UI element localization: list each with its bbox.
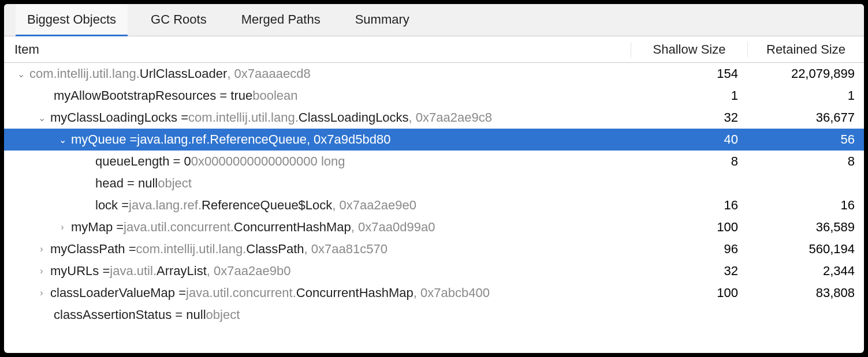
shallow-size-cell: 100 bbox=[631, 220, 747, 235]
tree-item-cell: ⌄myQueue = java.lang.ref.ReferenceQueue,… bbox=[4, 132, 631, 147]
retained-size-cell: 16 bbox=[747, 198, 864, 213]
chevron-right-icon[interactable]: › bbox=[57, 222, 68, 232]
retained-size-cell: 36,589 bbox=[747, 220, 864, 235]
segment-cls: ConcurrentHashMap bbox=[296, 285, 413, 300]
tab-merged-paths[interactable]: Merged Paths bbox=[230, 4, 332, 36]
tree-item-cell: head = null object bbox=[4, 176, 631, 191]
tree-item-cell: ›myURLs = java.util.ArrayList, 0x7aa2ae9… bbox=[4, 264, 631, 279]
segment-typ: object bbox=[158, 176, 192, 191]
segment-addr: , 0x7aa0d99a0 bbox=[351, 220, 435, 235]
segment-addr: , 0x7aa81c570 bbox=[304, 242, 388, 257]
column-header-retained[interactable]: Retained Size bbox=[747, 42, 864, 57]
chevron-down-icon[interactable]: ⌄ bbox=[36, 112, 47, 123]
segment-field: myMap = bbox=[71, 220, 124, 235]
segment-typ: boolean bbox=[252, 88, 297, 103]
tree-row[interactable]: ›classLoaderValueMap = java.util.concurr… bbox=[4, 282, 864, 304]
segment-field: myAllowBootstrapResources = true bbox=[54, 88, 252, 103]
retained-size-cell: 36,677 bbox=[747, 110, 864, 125]
table-header: Item Shallow Size Retained Size bbox=[4, 36, 864, 63]
shallow-size-cell: 96 bbox=[631, 242, 747, 257]
tree-item-cell: classAssertionStatus = null object bbox=[4, 307, 631, 322]
segment-field: classLoaderValueMap = bbox=[50, 285, 186, 300]
shallow-size-cell: 100 bbox=[631, 285, 747, 300]
tree-item-cell: ⌄com.intellij.util.lang.UrlClassLoader, … bbox=[4, 66, 631, 81]
tree-row[interactable]: myAllowBootstrapResources = true boolean… bbox=[4, 85, 864, 107]
shallow-size-cell: 40 bbox=[631, 132, 747, 147]
tab-gc-roots[interactable]: GC Roots bbox=[139, 4, 218, 36]
shallow-size-cell: 1 bbox=[631, 88, 747, 103]
tree-row[interactable]: ›myMap = java.util.concurrent.Concurrent… bbox=[4, 216, 864, 238]
segment-addr: , 0x7aaaaecd8 bbox=[227, 66, 310, 81]
segment-cls: ArrayList bbox=[157, 264, 207, 279]
chevron-right-icon[interactable]: › bbox=[36, 266, 47, 276]
segment-field: myURLs = bbox=[50, 264, 110, 279]
tree-row[interactable]: lock = java.lang.ref.ReferenceQueue$Lock… bbox=[4, 194, 864, 216]
tree-row[interactable]: ›myURLs = java.util.ArrayList, 0x7aa2ae9… bbox=[4, 260, 864, 282]
chevron-right-icon[interactable]: › bbox=[36, 244, 47, 254]
segment-field: head = null bbox=[95, 176, 158, 191]
retained-size-cell: 8 bbox=[747, 154, 864, 169]
tree-item-cell: lock = java.lang.ref.ReferenceQueue$Lock… bbox=[4, 198, 631, 213]
shallow-size-cell: 16 bbox=[631, 198, 747, 213]
segment-field: classAssertionStatus = null bbox=[54, 307, 206, 322]
segment-cls: ReferenceQueue bbox=[210, 132, 307, 147]
tree-item-cell: myAllowBootstrapResources = true boolean bbox=[4, 88, 631, 103]
segment-field: queueLength = 0 bbox=[95, 154, 191, 169]
retained-size-cell: 560,194 bbox=[747, 242, 864, 257]
tree-row[interactable]: ⌄myClassLoadingLocks = com.intellij.util… bbox=[4, 107, 864, 129]
segment-addr: , 0x7abcb400 bbox=[413, 285, 490, 300]
segment-cls: ClassLoadingLocks bbox=[299, 110, 409, 125]
retained-size-cell: 22,079,899 bbox=[747, 66, 864, 81]
chevron-down-icon[interactable]: ⌄ bbox=[57, 134, 68, 145]
shallow-size-cell: 32 bbox=[631, 110, 747, 125]
tree-item-cell: ›myClassPath = com.intellij.util.lang.Cl… bbox=[4, 242, 631, 257]
window-frame: Biggest ObjectsGC RootsMerged PathsSumma… bbox=[0, 0, 868, 357]
segment-pkg: java.util.concurrent. bbox=[186, 285, 296, 300]
segment-addr: , 0x7aa2ae9e0 bbox=[332, 198, 416, 213]
segment-addr: 0x0000000000000000 long bbox=[191, 154, 345, 169]
tab-summary[interactable]: Summary bbox=[344, 4, 421, 36]
retained-size-cell: 2,344 bbox=[747, 264, 864, 279]
retained-size-cell: 83,808 bbox=[747, 285, 864, 300]
segment-field: myClassLoadingLocks = bbox=[50, 110, 188, 125]
segment-field: myQueue = bbox=[71, 132, 137, 147]
tree-row[interactable]: ›myClassPath = com.intellij.util.lang.Cl… bbox=[4, 238, 864, 260]
tree-item-cell: ›myMap = java.util.concurrent.Concurrent… bbox=[4, 220, 631, 235]
tab-biggest-objects[interactable]: Biggest Objects bbox=[16, 4, 128, 36]
tree-row[interactable]: queueLength = 0 0x0000000000000000 long8… bbox=[4, 151, 864, 172]
segment-pkg: java.lang.ref. bbox=[137, 132, 210, 147]
tab-bar: Biggest ObjectsGC RootsMerged PathsSumma… bbox=[4, 4, 864, 36]
tree-row[interactable]: ⌄com.intellij.util.lang.UrlClassLoader, … bbox=[4, 63, 864, 85]
segment-pkg: com.intellij.util.lang. bbox=[29, 66, 140, 81]
segment-pkg: com.intellij.util.lang. bbox=[188, 110, 299, 125]
segment-addr: , 0x7a9d5bd80 bbox=[307, 132, 391, 147]
segment-cls: ClassPath bbox=[246, 242, 304, 257]
column-header-shallow[interactable]: Shallow Size bbox=[631, 42, 747, 57]
chevron-down-icon[interactable]: ⌄ bbox=[16, 69, 26, 80]
tree-item-cell: ›classLoaderValueMap = java.util.concurr… bbox=[4, 285, 631, 300]
segment-field: lock = bbox=[95, 198, 129, 213]
segment-typ: object bbox=[206, 307, 240, 322]
segment-pkg: java.lang.ref. bbox=[129, 198, 202, 213]
tree-item-cell: ⌄myClassLoadingLocks = com.intellij.util… bbox=[4, 110, 631, 125]
retained-size-cell: 1 bbox=[747, 88, 864, 103]
segment-pkg: java.util. bbox=[110, 264, 157, 279]
tree-row[interactable]: ⌄myQueue = java.lang.ref.ReferenceQueue,… bbox=[4, 129, 864, 151]
segment-pkg: java.util.concurrent. bbox=[124, 220, 234, 235]
chevron-right-icon[interactable]: › bbox=[36, 288, 47, 298]
segment-field: myClassPath = bbox=[50, 242, 136, 257]
retained-size-cell: 56 bbox=[747, 132, 864, 147]
tree-item-cell: queueLength = 0 0x0000000000000000 long bbox=[4, 154, 631, 169]
segment-cls: UrlClassLoader bbox=[140, 66, 228, 81]
segment-pkg: com.intellij.util.lang. bbox=[136, 242, 247, 257]
shallow-size-cell: 8 bbox=[631, 154, 747, 169]
tree-row[interactable]: classAssertionStatus = null object bbox=[4, 304, 864, 326]
segment-addr: , 0x7aa2ae9c8 bbox=[409, 110, 492, 125]
segment-cls: ConcurrentHashMap bbox=[234, 220, 351, 235]
segment-addr: , 0x7aa2ae9b0 bbox=[207, 264, 291, 279]
column-header-item[interactable]: Item bbox=[4, 42, 631, 57]
segment-cls: ReferenceQueue$Lock bbox=[202, 198, 332, 213]
shallow-size-cell: 154 bbox=[631, 66, 747, 81]
tree-row[interactable]: head = null object bbox=[4, 172, 864, 194]
tree-body: ⌄com.intellij.util.lang.UrlClassLoader, … bbox=[4, 63, 864, 353]
